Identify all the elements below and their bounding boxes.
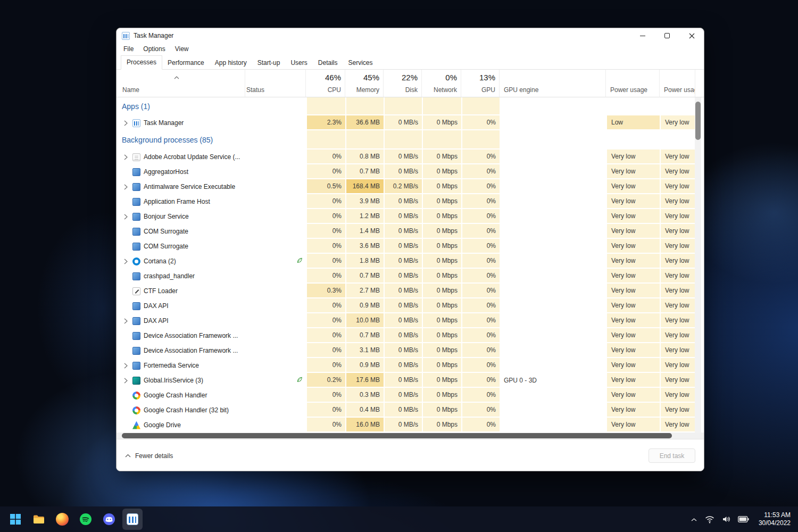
cortana-app-icon [132,257,140,265]
process-name-cell: DAX API [117,298,245,313]
process-row[interactable]: Antimalware Service Executable0.5%168.4 … [117,179,704,194]
process-row[interactable]: CTF Loader0.3%2.7 MB0 MB/s0 Mbps0%Very l… [117,284,704,298]
gpu-cell: 0% [461,239,500,254]
fewer-details-toggle[interactable]: Fewer details [125,452,173,460]
spotify-button[interactable] [76,509,96,530]
tab-users[interactable]: Users [285,56,312,70]
horizontal-scrollbar-thumb[interactable] [122,433,672,438]
expand-chevron-icon[interactable] [122,378,129,384]
process-row[interactable]: COM Surrogate0%1.4 MB0 MB/s0 Mbps0%Very … [117,224,704,239]
taskbar-clock[interactable]: 11:53 AM 30/04/2022 [759,511,791,527]
firefox-button[interactable] [52,509,72,530]
wifi-icon[interactable] [705,516,714,523]
minimize-button[interactable] [630,28,655,43]
column-header-power-usage[interactable]: Power usage [606,70,660,97]
end-task-button[interactable]: End task [649,448,695,463]
gpu-cell: 0% [461,403,500,418]
volume-icon[interactable] [722,516,730,523]
power-usage-cell: Very low [606,298,660,313]
tab-app-history[interactable]: App history [210,56,252,70]
cpu-cell: 0% [306,343,345,358]
process-row[interactable]: Bonjour Service0%1.2 MB0 MB/s0 Mbps0%Ver… [117,209,704,224]
process-row[interactable]: COM Surrogate0%3.6 MB0 MB/s0 Mbps0%Very … [117,239,704,254]
column-header-name[interactable]: Name [117,70,245,97]
maximize-button[interactable] [655,28,679,43]
battery-icon[interactable] [738,516,749,522]
expand-chevron-icon[interactable] [122,184,129,190]
disk-cell [384,97,422,115]
process-row[interactable]: Application Frame Host0%3.9 MB0 MB/s0 Mb… [117,194,704,209]
discord-button[interactable] [99,509,119,530]
column-header-status[interactable]: Status [245,70,306,97]
expand-chevron-icon[interactable] [122,363,129,369]
process-row[interactable]: Adobe Acrobat Update Service (...0%0.8 M… [117,149,704,164]
memory-cell: 17.6 MB [345,373,384,388]
tab-performance[interactable]: Performance [162,56,210,70]
section-header-row[interactable]: Apps (1) [117,97,704,115]
process-row[interactable]: Device Association Framework ...0%0.7 MB… [117,328,704,343]
expand-chevron-icon[interactable] [122,214,129,220]
tab-services[interactable]: Services [343,56,378,70]
process-row[interactable]: Google Crash Handler (32 bit)0%0.4 MB0 M… [117,403,704,418]
section-header-row[interactable]: Background processes (85) [117,130,704,149]
process-row[interactable]: Cortana (2)0%1.8 MB0 MB/s0 Mbps0%Very lo… [117,254,704,269]
power-usage-cell: Very low [606,269,660,284]
vertical-scrollbar-thumb[interactable] [695,102,701,140]
title-bar[interactable]: Task Manager [117,28,704,43]
process-row[interactable]: Google Drive0%16.0 MB0 MB/s0 Mbps0%Very … [117,418,704,433]
process-row[interactable]: Device Association Framework ...0%3.1 MB… [117,343,704,358]
close-button[interactable] [679,28,704,43]
process-name-cell: CTF Loader [117,284,245,298]
process-name-cell: crashpad_handler [117,269,245,284]
expand-chevron-icon[interactable] [122,318,129,324]
gpu-engine-cell [500,254,606,269]
horizontal-scrollbar[interactable] [117,433,704,439]
tab-start-up[interactable]: Start-up [252,56,286,70]
process-row[interactable]: Fortemedia Service0%0.9 MB0 MB/s0 Mbps0%… [117,358,704,373]
process-row[interactable]: Global.IrisService (3)0.2%17.6 MB0 MB/s0… [117,373,704,388]
process-row[interactable]: DAX API0%0.9 MB0 MB/s0 Mbps0%Very lowVer… [117,298,704,313]
menu-file[interactable]: File [119,45,138,53]
network-cell: 0 Mbps [422,254,461,269]
start-button[interactable] [5,509,26,530]
column-label: Power usage tr [664,86,695,94]
tray-chevron-up-icon[interactable] [691,517,697,522]
power-usage-cell [606,130,660,149]
file-explorer-button[interactable] [29,509,49,530]
menu-options[interactable]: Options [138,45,170,53]
expand-chevron-icon[interactable] [122,259,129,264]
process-row[interactable]: AggregatorHost0%0.7 MB0 MB/s0 Mbps0%Very… [117,164,704,179]
vertical-scrollbar[interactable] [695,97,701,433]
column-header-gpu-engine[interactable]: GPU engine [500,70,606,97]
task-manager-taskbar-button[interactable] [122,509,143,530]
power-usage-cell: Very low [606,373,660,388]
process-row[interactable]: DAX API0%10.0 MB0 MB/s0 Mbps0%Very lowVe… [117,313,704,328]
disk-cell: 0 MB/s [384,298,422,313]
expand-chevron-icon[interactable] [122,154,129,160]
tab-processes[interactable]: Processes [121,55,162,70]
process-row[interactable]: Google Crash Handler0%0.3 MB0 MB/s0 Mbps… [117,388,704,403]
tab-details[interactable]: Details [313,56,343,70]
process-name-cell: Global.IrisService (3) [117,373,245,388]
cpu-cell: 0% [306,358,345,373]
process-row[interactable]: Task Manager2.3%36.6 MB0 MB/s0 Mbps0%Low… [117,115,704,130]
column-header-memory[interactable]: 45% Memory [345,70,384,97]
footer-bar: Fewer details End task [117,439,704,471]
expand-chevron-icon[interactable] [122,120,129,126]
gpu-engine-cell [500,403,606,418]
power-usage-cell: Very low [606,149,660,164]
process-table-body: Apps (1)Task Manager2.3%36.6 MB0 MB/s0 M… [117,97,704,433]
power-usage-cell: Very low [606,284,660,298]
power-usage-trend-cell [660,130,695,149]
column-header-disk[interactable]: 22% Disk [384,70,422,97]
menu-view[interactable]: View [170,45,194,53]
column-header-cpu[interactable]: 46% CPU [306,70,345,97]
column-header-gpu[interactable]: 13% GPU [461,70,500,97]
column-header-network[interactable]: 0% Network [422,70,461,97]
cpu-cell: 0% [306,328,345,343]
disk-cell: 0 MB/s [384,164,422,179]
power-usage-cell: Low [606,115,660,130]
disk-cell: 0 MB/s [384,269,422,284]
column-header-power-usage-trend[interactable]: Power usage tr [660,70,695,97]
process-row[interactable]: crashpad_handler0%0.7 MB0 MB/s0 Mbps0%Ve… [117,269,704,284]
